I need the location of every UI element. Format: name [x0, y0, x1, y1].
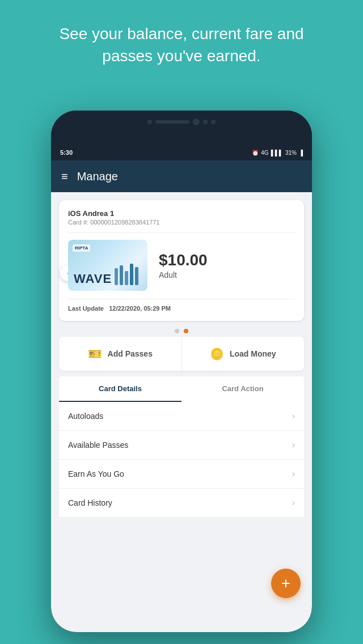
chevron-right-icon: › [292, 411, 295, 421]
signal-bars-icon: ▌▌▌ [271, 150, 283, 156]
network-icon: 4G [261, 150, 268, 156]
header-tagline: See your balance, current fare and passe… [0, 0, 363, 84]
svg-rect-0 [115, 268, 118, 285]
add-passes-label: Add Passes [108, 349, 153, 358]
autoloads-label: Autoloads [68, 412, 103, 421]
tab-card-action[interactable]: Card Action [182, 376, 304, 402]
svg-rect-2 [125, 271, 128, 285]
load-money-button[interactable]: 🪙 Load Money [182, 337, 305, 371]
app-bar-title: Manage [77, 170, 118, 183]
load-money-label: Load Money [230, 349, 276, 358]
tabs-container: Card Details Card Action [59, 376, 304, 402]
list-item[interactable]: Card History › [59, 489, 304, 517]
svg-rect-4 [135, 267, 138, 285]
last-update-label: Last Update [68, 305, 104, 312]
transit-card-name: WAVE [74, 272, 112, 286]
add-passes-icon: 🎫 [88, 347, 102, 361]
list-container: Autoloads › Available Passes › Earn As Y… [59, 402, 304, 517]
card-section: iOS Andrea 1 Card #: 0000001209828384177… [59, 200, 304, 321]
card-type: Adult [159, 270, 295, 279]
action-buttons-row: 🎫 Add Passes 🪙 Load Money [59, 337, 304, 371]
chevron-right-icon: › [292, 469, 295, 479]
phone-frame: 5:30 ⏰ 4G ▌▌▌ 31% ▐ ≡ Manage iOS Andrea … [51, 111, 312, 632]
transit-card-image: RIPTA WAVE [68, 240, 147, 291]
wave-graphic [113, 262, 142, 285]
load-money-icon: 🪙 [210, 347, 224, 361]
svg-rect-3 [130, 264, 133, 285]
card-body: ‹ RIPTA WAVE [68, 240, 295, 291]
chevron-right-icon: › [292, 440, 295, 450]
app-bar: ≡ Manage [51, 160, 312, 192]
balance-amount: $10.00 [159, 251, 295, 269]
fab-button[interactable]: + [271, 569, 301, 598]
phone-top-decoration [51, 111, 312, 145]
battery-icon: 31% [285, 150, 297, 156]
card-dots-indicator [51, 329, 312, 333]
last-update-value: 12/22/2020, 05:29 PM [109, 305, 171, 312]
list-item[interactable]: Available Passes › [59, 431, 304, 460]
last-update: Last Update 12/22/2020, 05:29 PM [68, 299, 295, 312]
card-history-label: Card History [68, 498, 112, 507]
battery-indicator: ▐ [299, 150, 303, 156]
list-item[interactable]: Autoloads › [59, 402, 304, 431]
content-area: iOS Andrea 1 Card #: 0000001209828384177… [51, 192, 312, 632]
add-passes-button[interactable]: 🎫 Add Passes [59, 337, 182, 371]
status-icons: ⏰ 4G ▌▌▌ 31% ▐ [252, 150, 303, 156]
svg-rect-1 [120, 265, 123, 285]
chevron-right-icon: › [292, 498, 295, 508]
list-item[interactable]: Earn As You Go › [59, 460, 304, 489]
status-time: 5:30 [60, 149, 73, 156]
tab-card-details[interactable]: Card Details [59, 376, 182, 402]
dot-1 [175, 329, 179, 333]
card-owner-name: iOS Andrea 1 [68, 209, 295, 218]
status-bar: 5:30 ⏰ 4G ▌▌▌ 31% ▐ [51, 145, 312, 160]
card-number: Card #: 00000012098283841771 [68, 219, 295, 233]
card-balance-info: $10.00 Adult [159, 251, 295, 279]
transit-logo: RIPTA [73, 244, 90, 252]
alarm-icon: ⏰ [252, 150, 259, 156]
hamburger-menu-icon[interactable]: ≡ [61, 170, 68, 183]
available-passes-label: Available Passes [68, 440, 128, 450]
earn-as-you-go-label: Earn As You Go [68, 469, 124, 478]
dot-2 [184, 329, 188, 333]
